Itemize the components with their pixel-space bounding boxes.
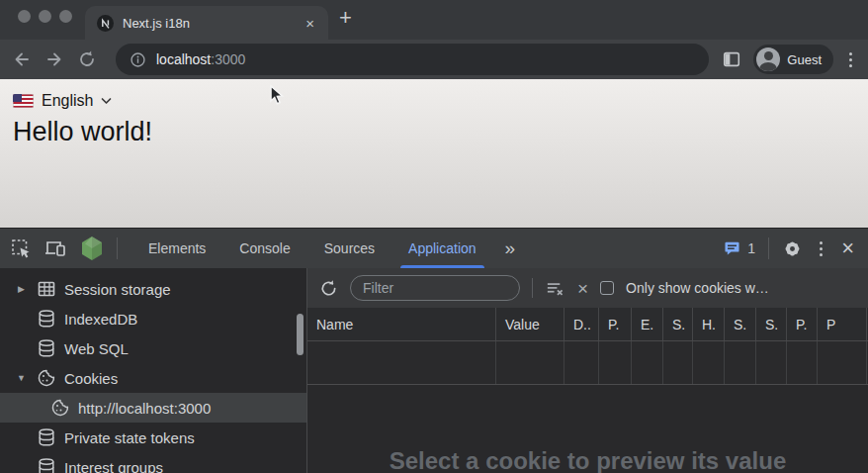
url-host: localhost <box>156 51 211 67</box>
nextjs-favicon-icon <box>97 15 114 32</box>
sidebar-scrollbar[interactable] <box>297 314 304 355</box>
sidebar-item-label: Private state tokens <box>64 429 195 446</box>
sidebar-item-label: Session storage <box>64 281 171 298</box>
chevron-down-icon <box>101 97 112 105</box>
page-content: English Hello world! <box>0 79 868 228</box>
close-window-button[interactable] <box>18 10 31 23</box>
language-selector[interactable]: English <box>13 92 112 110</box>
cookies-panel: × Only show cookies w… NameValueD..P.E.S… <box>307 268 868 473</box>
only-show-cookies-checkbox[interactable] <box>600 281 614 295</box>
window-controls <box>18 10 72 23</box>
devtools-tab-sources[interactable]: Sources <box>307 229 391 268</box>
navigation-toolbar: localhost:3000 Guest <box>0 40 868 79</box>
empty-cell <box>693 341 725 384</box>
close-tab-icon[interactable]: × <box>304 15 316 32</box>
table-icon <box>37 279 56 299</box>
column-header-1[interactable]: Value <box>496 308 564 340</box>
avatar <box>756 47 780 71</box>
cookie-preview-pane: Select a cookie to preview its value <box>307 385 868 473</box>
devtools-body: ▶Session storageIndexedDBWeb SQL▼Cookies… <box>0 268 868 473</box>
column-header-4[interactable]: E. <box>632 308 663 340</box>
empty-cell <box>564 341 599 384</box>
tab-title: Next.js i18n <box>123 16 295 31</box>
empty-cell <box>818 341 867 384</box>
filter-input[interactable] <box>350 275 520 301</box>
database-icon <box>37 338 56 358</box>
reload-icon[interactable] <box>77 49 97 69</box>
side-panel-icon[interactable] <box>722 49 741 69</box>
profile-label: Guest <box>787 52 822 67</box>
close-devtools-icon[interactable]: × <box>839 237 856 259</box>
device-toolbar-icon[interactable] <box>43 237 67 259</box>
column-header-2[interactable]: D.. <box>564 308 599 340</box>
delete-cookies-icon[interactable]: × <box>577 279 588 298</box>
profile-button[interactable]: Guest <box>753 45 833 74</box>
maximize-window-button[interactable] <box>59 10 72 23</box>
only-show-cookies-label[interactable]: Only show cookies w… <box>626 280 856 296</box>
toolbar-divider <box>532 278 533 298</box>
back-icon[interactable] <box>12 49 32 69</box>
devtools-tab-application[interactable]: Application <box>391 229 493 268</box>
database-icon <box>37 457 56 473</box>
sidebar-item-session-storage[interactable]: ▶Session storage <box>0 274 306 304</box>
tree-collapsed-icon[interactable]: ▶ <box>14 284 29 294</box>
cookie-icon <box>37 368 56 388</box>
tab-strip: Next.js i18n × + <box>0 0 868 40</box>
empty-cell <box>787 341 818 384</box>
column-header-5[interactable]: S. <box>663 308 693 340</box>
cookie-table-empty-row[interactable] <box>307 341 868 385</box>
empty-cell <box>307 341 496 384</box>
tree-expanded-icon[interactable]: ▼ <box>14 373 29 383</box>
devtools: ElementsConsoleSourcesApplication » 1 <box>0 228 868 473</box>
sidebar-item-label: IndexedDB <box>64 311 137 328</box>
refresh-icon[interactable] <box>319 279 338 298</box>
devtools-menu-icon[interactable] <box>816 239 826 258</box>
column-header-0[interactable]: Name <box>307 308 496 340</box>
mouse-cursor <box>268 84 287 108</box>
us-flag-icon <box>13 94 34 108</box>
browser-tab[interactable]: Next.js i18n × <box>85 6 328 40</box>
empty-cell <box>663 341 693 384</box>
column-header-10[interactable]: P <box>818 308 867 340</box>
cookie-preview-message: Select a cookie to preview its value <box>307 447 868 473</box>
browser-menu-icon[interactable] <box>845 50 856 69</box>
minimize-window-button[interactable] <box>39 10 51 23</box>
toolbar-divider <box>117 237 118 259</box>
sidebar-tree: ▶Session storageIndexedDBWeb SQL▼Cookies… <box>0 274 306 473</box>
clear-filter-icon[interactable] <box>545 278 565 298</box>
sidebar-item-interest-groups[interactable]: Interest groups <box>0 452 306 473</box>
column-header-6[interactable]: H. <box>693 308 725 340</box>
cookie-icon <box>50 398 70 418</box>
sidebar-item-http-localhost-3000[interactable]: http://localhost:3000 <box>0 393 306 423</box>
devtools-right-cluster: 1 × <box>723 237 856 259</box>
issues-count: 1 <box>747 240 755 256</box>
column-header-9[interactable]: P. <box>787 308 818 340</box>
inspect-element-icon[interactable] <box>10 237 32 259</box>
issues-counter[interactable]: 1 <box>723 239 755 257</box>
empty-cell <box>756 341 787 384</box>
settings-gear-icon[interactable] <box>782 238 803 259</box>
toolbar-right-cluster: Guest <box>722 45 856 74</box>
cookies-toolbar: × Only show cookies w… <box>307 268 868 308</box>
sidebar-item-cookies[interactable]: ▼Cookies <box>0 363 306 393</box>
sidebar-item-web-sql[interactable]: Web SQL <box>0 333 306 363</box>
sidebar-item-label: Web SQL <box>64 340 129 357</box>
forward-icon[interactable] <box>44 49 64 69</box>
devtools-tab-console[interactable]: Console <box>222 229 306 268</box>
devtools-tab-elements[interactable]: Elements <box>131 229 222 268</box>
address-bar[interactable]: localhost:3000 <box>116 44 709 75</box>
cookie-table-header: NameValueD..P.E.S.H.S.S.P.P <box>307 308 868 341</box>
new-tab-button[interactable]: + <box>339 5 352 31</box>
column-header-7[interactable]: S. <box>725 308 756 340</box>
sidebar-item-indexeddb[interactable]: IndexedDB <box>0 304 306 333</box>
url-port: :3000 <box>211 51 245 67</box>
more-tabs-icon[interactable]: » <box>493 237 529 259</box>
sidebar-item-private-state-tokens[interactable]: Private state tokens <box>0 423 306 452</box>
node-devtools-icon[interactable] <box>79 235 105 262</box>
language-label: English <box>42 92 93 110</box>
column-header-8[interactable]: S. <box>756 308 787 340</box>
column-header-3[interactable]: P. <box>599 308 632 340</box>
sidebar-item-label: http://localhost:3000 <box>78 400 211 417</box>
site-info-icon[interactable] <box>130 51 146 68</box>
empty-cell <box>725 341 756 384</box>
